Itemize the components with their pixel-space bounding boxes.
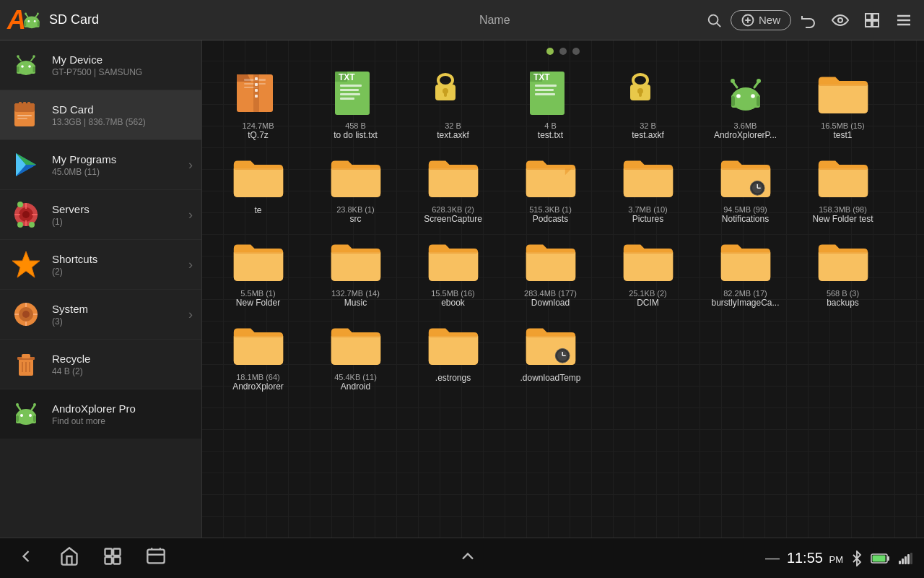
file-new-folder[interactable]: 5.5MB (1) New Folder xyxy=(209,230,307,314)
sd-card-text: SD Card 13.3GB | 836.7MB (562) xyxy=(52,103,193,127)
svg-point-10 xyxy=(709,14,718,24)
test-axkf-size: 32 B xyxy=(640,121,656,130)
file-test-txt[interactable]: TXT 4 B test.txt xyxy=(502,62,599,146)
folder-download-icon xyxy=(525,239,577,282)
folder-te-icon xyxy=(232,155,284,199)
file-downloadtemp[interactable]: .downloadTemp xyxy=(502,314,599,397)
svg-text:TXT: TXT xyxy=(533,72,550,82)
pictures-size: 3.7MB (10) xyxy=(628,205,667,214)
undo-button[interactable] xyxy=(794,7,823,33)
file-te[interactable]: te xyxy=(209,146,307,230)
test-axkf-name: test.axkf xyxy=(632,130,664,140)
svg-point-70 xyxy=(20,414,23,417)
file-new-folder-test[interactable]: 158.3MB (98) New Folder test xyxy=(794,146,892,230)
androxplorer-pro-sub: Find out more xyxy=(52,416,193,426)
file-download[interactable]: 283.4MB (177) Download xyxy=(502,230,599,314)
svg-rect-17 xyxy=(873,14,879,20)
file-test-axkf[interactable]: 32 B test.axkf xyxy=(599,62,697,146)
screenshot-button[interactable] xyxy=(141,542,170,575)
file-screencapture[interactable]: 628.3KB (2) ScreenCapture xyxy=(404,146,502,230)
sidebar-item-recycle[interactable]: Recycle 44 B (2) xyxy=(0,340,201,389)
sd-card-sub: 13.3GB | 836.7MB (562) xyxy=(52,117,193,127)
new-folder-name: New Folder xyxy=(236,298,280,308)
todo-size: 458 B xyxy=(345,121,366,130)
todo-name: to do list.txt xyxy=(334,130,378,140)
back-button[interactable] xyxy=(12,542,40,575)
file-podcasts[interactable]: 515.3KB (1) Podcasts xyxy=(502,146,599,230)
svg-rect-1 xyxy=(25,20,40,27)
file-text-axkf[interactable]: 32 B text.axkf xyxy=(404,62,502,146)
file-androxplorer[interactable]: 3.6MB AndroXplorerP... xyxy=(697,62,794,146)
burstly-name: burstlyImageCa... xyxy=(711,298,779,308)
svg-rect-64 xyxy=(22,354,30,358)
file-music[interactable]: 132.7MB (14) Music xyxy=(307,230,404,314)
download-size: 283.4MB (177) xyxy=(524,289,577,298)
file-androxplorer-folder[interactable]: 18.1MB (64) AndroXplorer xyxy=(209,314,307,397)
file-pictures[interactable]: 3.7MB (10) Pictures xyxy=(599,146,697,230)
svg-rect-32 xyxy=(33,66,36,72)
test-txt-name: test.txt xyxy=(538,130,563,140)
file-android[interactable]: 45.4KB (11) Android xyxy=(307,314,404,397)
file-backups[interactable]: 568 B (3) backups xyxy=(794,230,892,314)
lock-icon xyxy=(432,69,474,118)
burstly-icon-wrap xyxy=(717,236,775,286)
sidebar-item-androxplorer-pro[interactable]: AndroXplorer Pro Find out more xyxy=(0,389,201,439)
home-button[interactable] xyxy=(55,542,84,575)
file-dcim[interactable]: 25.1KB (2) DCIM xyxy=(599,230,697,314)
archive-icon xyxy=(233,69,284,118)
svg-rect-129 xyxy=(105,557,112,564)
svg-rect-128 xyxy=(113,548,120,555)
new-button[interactable]: New xyxy=(731,10,791,30)
battery-icon xyxy=(871,553,891,564)
file-estrongs[interactable]: .estrongs xyxy=(404,314,502,397)
recycle-label: Recycle xyxy=(52,353,193,365)
sidebar-item-servers[interactable]: Servers (1) › xyxy=(0,190,201,240)
sidebar-item-my-device[interactable]: My Device GT-P7500 | SAMSUNG xyxy=(0,40,201,90)
menu-button[interactable] xyxy=(889,7,918,33)
svg-rect-136 xyxy=(899,561,901,564)
test1-size: 16.5MB (15) xyxy=(821,121,865,130)
podcasts-name: Podcasts xyxy=(533,214,568,224)
folder-androxplorer-icon xyxy=(232,323,284,366)
backups-size: 568 B (3) xyxy=(827,289,859,298)
ebook-icon-wrap xyxy=(424,236,482,286)
file-burstly[interactable]: 82.2MB (17) burstlyImageCa... xyxy=(697,230,794,314)
signal-icon xyxy=(898,552,912,565)
svg-rect-86 xyxy=(255,89,258,92)
svg-rect-76 xyxy=(16,415,19,422)
file-todo[interactable]: TXT 458 B to do list.txt xyxy=(307,62,404,146)
svg-point-53 xyxy=(17,202,23,207)
new-folder-test-icon-wrap xyxy=(814,152,872,202)
page-title: SD Card xyxy=(49,12,99,27)
servers-arrow: › xyxy=(188,207,193,223)
svg-point-30 xyxy=(32,55,35,58)
file-test1[interactable]: 16.5MB (15) test1 xyxy=(794,62,892,146)
sidebar-item-my-programs[interactable]: My Programs 45.0MB (11) › xyxy=(0,140,201,190)
play-store-icon xyxy=(9,147,43,182)
file-ebook[interactable]: 15.5MB (16) ebook xyxy=(404,230,502,314)
te-name: te xyxy=(254,205,261,215)
lock2-icon xyxy=(627,69,669,118)
folder-music-icon xyxy=(330,239,382,282)
androxplorer-file-icon-wrap xyxy=(717,68,775,118)
search-button[interactable] xyxy=(700,8,728,33)
svg-rect-130 xyxy=(113,557,120,564)
sidebar-item-sd-card[interactable]: SD Card 13.3GB | 836.7MB (562) xyxy=(0,90,201,140)
svg-point-116 xyxy=(757,79,761,83)
file-area: 124.7MB tQ.7z TXT 458 B xyxy=(202,40,924,538)
svg-point-111 xyxy=(736,94,741,98)
layout-button[interactable] xyxy=(858,7,886,33)
ebook-size: 15.5MB (16) xyxy=(431,289,475,298)
sidebar-item-system[interactable]: System (3) › xyxy=(0,290,201,340)
notifications-size: 94.5MB (99) xyxy=(723,205,767,214)
file-notifications[interactable]: 94.5MB (99) Notifications xyxy=(697,146,794,230)
eye-button[interactable] xyxy=(826,7,855,33)
dot-1 xyxy=(546,48,554,55)
up-button[interactable] xyxy=(453,542,482,575)
sidebar-item-shortcuts[interactable]: Shortcuts (2) › xyxy=(0,240,201,290)
file-src[interactable]: 23.8KB (1) src xyxy=(307,146,404,230)
file-tq7z[interactable]: 124.7MB tQ.7z xyxy=(209,62,307,146)
recent-button[interactable] xyxy=(98,542,127,575)
home-icon xyxy=(59,546,79,566)
android-folder-name: Android xyxy=(341,381,370,392)
